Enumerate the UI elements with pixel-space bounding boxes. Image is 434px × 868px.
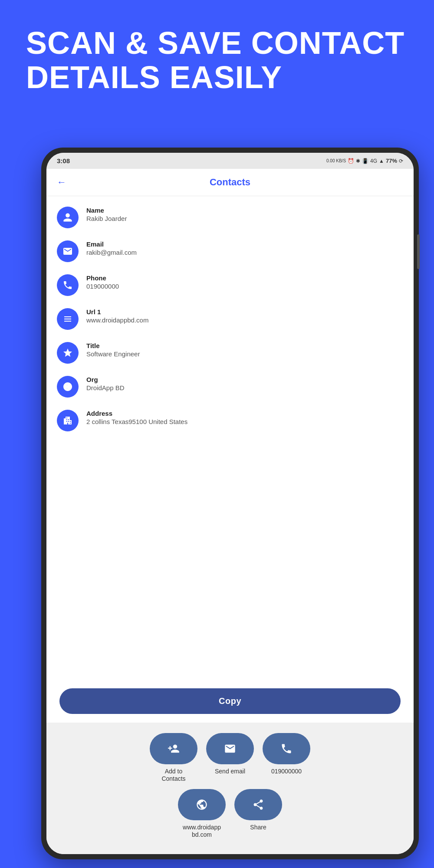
action-area: Add toContacts Send email 019000000 bbox=[46, 723, 414, 854]
title-content: Title Software Engineer bbox=[86, 342, 140, 358]
phone-mockup: 3:08 0.00 KB/S ⏰ ✱ 📳 4G ▲ 77% ⟳ ← Contac… bbox=[41, 148, 419, 859]
send-email-item[interactable]: Send email bbox=[206, 733, 254, 783]
title-value: Software Engineer bbox=[86, 350, 140, 358]
page-title: Contacts bbox=[66, 177, 394, 188]
contact-list: Name Rakib Joarder Email rakib@gmail.com bbox=[46, 196, 414, 682]
status-icons: 0.00 KB/S ⏰ ✱ 📳 4G ▲ 77% ⟳ bbox=[326, 158, 403, 164]
phone-label: Phone bbox=[86, 274, 119, 282]
contact-field-title: Title Software Engineer bbox=[46, 336, 414, 370]
org-icon bbox=[57, 376, 79, 398]
contact-field-org: Org DroidApp BD bbox=[46, 370, 414, 404]
battery-icon: ⟳ bbox=[399, 158, 403, 164]
copy-button-wrapper: Copy bbox=[46, 682, 414, 723]
website-label: www.droidappbd.com bbox=[183, 824, 221, 838]
side-button bbox=[417, 234, 420, 269]
email-icon bbox=[57, 240, 79, 262]
contact-field-address: Address 2 collins Texas95100 United Stat… bbox=[46, 404, 414, 437]
contact-field-url: Url 1 www.droidappbd.com bbox=[46, 302, 414, 336]
email-value: rakib@gmail.com bbox=[86, 249, 137, 256]
status-bar: 3:08 0.00 KB/S ⏰ ✱ 📳 4G ▲ 77% ⟳ bbox=[46, 153, 414, 169]
url-value: www.droidappbd.com bbox=[86, 316, 148, 324]
url-label: Url 1 bbox=[86, 308, 148, 316]
action-row-2: www.droidappbd.com Share bbox=[55, 789, 405, 838]
phone-content: Phone 019000000 bbox=[86, 274, 119, 290]
address-value: 2 collins Texas95100 United States bbox=[86, 418, 187, 425]
phone-value: 019000000 bbox=[86, 283, 119, 290]
name-content: Name Rakib Joarder bbox=[86, 207, 127, 222]
share-label: Share bbox=[250, 824, 266, 831]
title-label: Title bbox=[86, 342, 140, 349]
network-speed: 0.00 KB/S bbox=[326, 158, 346, 163]
share-item[interactable]: Share bbox=[234, 789, 282, 838]
call-label: 019000000 bbox=[271, 768, 302, 775]
send-email-button[interactable] bbox=[206, 733, 254, 764]
send-email-label: Send email bbox=[215, 768, 245, 775]
share-button[interactable] bbox=[234, 789, 282, 820]
hero-title: SCAN & SAVE CONTACT DETAILS EASILY bbox=[26, 26, 408, 95]
contact-field-email: Email rakib@gmail.com bbox=[46, 234, 414, 268]
battery-level: 77% bbox=[386, 158, 397, 164]
website-item[interactable]: www.droidappbd.com bbox=[178, 789, 226, 838]
call-item[interactable]: 019000000 bbox=[263, 733, 310, 783]
star-icon bbox=[57, 342, 79, 364]
add-contacts-label: Add toContacts bbox=[161, 768, 185, 783]
signal-icon: ▲ bbox=[379, 158, 384, 164]
top-bar: ← Contacts bbox=[46, 169, 414, 196]
building-icon bbox=[57, 410, 79, 431]
address-label: Address bbox=[86, 410, 187, 417]
data-icon: 4G bbox=[370, 158, 377, 164]
website-button[interactable] bbox=[178, 789, 226, 820]
contact-field-phone: Phone 019000000 bbox=[46, 268, 414, 302]
person-icon bbox=[57, 207, 79, 228]
add-contacts-item[interactable]: Add toContacts bbox=[150, 733, 197, 783]
add-contacts-button[interactable] bbox=[150, 733, 197, 764]
name-value: Rakib Joarder bbox=[86, 215, 127, 222]
contact-field-name: Name Rakib Joarder bbox=[46, 201, 414, 234]
org-value: DroidApp BD bbox=[86, 384, 125, 391]
vibrate-icon: 📳 bbox=[362, 158, 368, 164]
org-content: Org DroidApp BD bbox=[86, 376, 125, 391]
url-icon bbox=[57, 308, 79, 330]
back-button[interactable]: ← bbox=[57, 177, 66, 188]
name-label: Name bbox=[86, 207, 127, 214]
action-row-1: Add toContacts Send email 019000000 bbox=[55, 733, 405, 783]
status-time: 3:08 bbox=[57, 157, 70, 164]
email-label: Email bbox=[86, 240, 137, 248]
email-content: Email rakib@gmail.com bbox=[86, 240, 137, 256]
app-content: ← Contacts Name Rakib Joarder bbox=[46, 169, 414, 854]
call-button[interactable] bbox=[263, 733, 310, 764]
bluetooth-icon: ✱ bbox=[356, 158, 360, 164]
copy-button[interactable]: Copy bbox=[59, 688, 401, 714]
org-label: Org bbox=[86, 376, 125, 383]
phone-icon bbox=[57, 274, 79, 296]
url-content: Url 1 www.droidappbd.com bbox=[86, 308, 148, 324]
alarm-icon: ⏰ bbox=[348, 158, 354, 164]
address-content: Address 2 collins Texas95100 United Stat… bbox=[86, 410, 187, 425]
phone-screen: 3:08 0.00 KB/S ⏰ ✱ 📳 4G ▲ 77% ⟳ ← Contac… bbox=[46, 153, 414, 854]
